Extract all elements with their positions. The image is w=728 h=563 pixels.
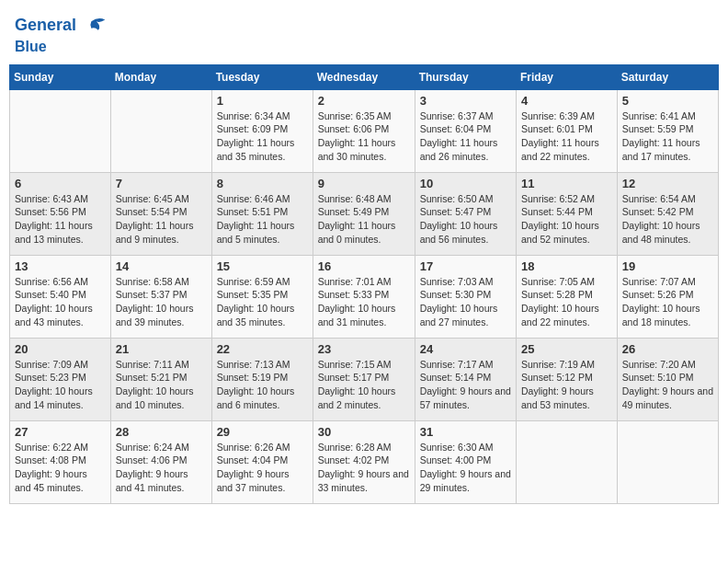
calendar-cell: 27Sunrise: 6:22 AM Sunset: 4:08 PM Dayli… [10, 420, 111, 503]
day-info: Sunrise: 6:41 AM Sunset: 5:59 PM Dayligh… [622, 109, 713, 164]
day-number: 23 [318, 342, 410, 356]
day-info: Sunrise: 6:35 AM Sunset: 6:06 PM Dayligh… [318, 109, 410, 164]
calendar-cell: 30Sunrise: 6:28 AM Sunset: 4:02 PM Dayli… [313, 420, 415, 503]
calendar-cell: 4Sunrise: 6:39 AM Sunset: 6:01 PM Daylig… [517, 89, 618, 172]
day-info: Sunrise: 6:26 AM Sunset: 4:04 PM Dayligh… [217, 441, 308, 495]
day-number: 24 [420, 342, 511, 356]
day-number: 22 [217, 342, 308, 356]
calendar-cell: 13Sunrise: 6:56 AM Sunset: 5:40 PM Dayli… [10, 255, 111, 338]
calendar-cell: 15Sunrise: 6:59 AM Sunset: 5:35 PM Dayli… [211, 255, 313, 338]
calendar-cell: 23Sunrise: 7:15 AM Sunset: 5:17 PM Dayli… [313, 338, 415, 420]
day-header-tuesday: Tuesday [211, 64, 313, 89]
day-number: 14 [116, 259, 207, 273]
day-number: 26 [622, 342, 713, 356]
calendar-week-3: 13Sunrise: 6:56 AM Sunset: 5:40 PM Dayli… [10, 255, 719, 338]
day-info: Sunrise: 7:01 AM Sunset: 5:33 PM Dayligh… [318, 275, 410, 329]
day-number: 28 [116, 425, 207, 439]
logo-text: General [15, 13, 108, 39]
calendar-cell: 9Sunrise: 6:48 AM Sunset: 5:49 PM Daylig… [313, 172, 415, 255]
day-number: 2 [318, 94, 410, 108]
calendar-cell: 26Sunrise: 7:20 AM Sunset: 5:10 PM Dayli… [617, 338, 718, 420]
day-info: Sunrise: 6:28 AM Sunset: 4:02 PM Dayligh… [318, 441, 410, 495]
calendar-cell: 6Sunrise: 6:43 AM Sunset: 5:56 PM Daylig… [10, 172, 111, 255]
day-number: 31 [420, 425, 511, 439]
day-info: Sunrise: 7:11 AM Sunset: 5:21 PM Dayligh… [116, 358, 207, 412]
day-header-thursday: Thursday [415, 64, 516, 89]
day-number: 20 [15, 342, 106, 356]
day-header-wednesday: Wednesday [313, 64, 415, 89]
day-info: Sunrise: 7:13 AM Sunset: 5:19 PM Dayligh… [217, 358, 308, 412]
day-info: Sunrise: 6:37 AM Sunset: 6:04 PM Dayligh… [420, 109, 511, 164]
calendar-cell: 10Sunrise: 6:50 AM Sunset: 5:47 PM Dayli… [415, 172, 516, 255]
logo: General Blue [15, 13, 108, 55]
day-number: 10 [420, 177, 511, 190]
day-number: 29 [217, 425, 308, 439]
calendar-cell: 31Sunrise: 6:30 AM Sunset: 4:00 PM Dayli… [415, 420, 516, 503]
day-info: Sunrise: 6:39 AM Sunset: 6:01 PM Dayligh… [521, 109, 612, 164]
day-info: Sunrise: 6:56 AM Sunset: 5:40 PM Dayligh… [15, 275, 106, 329]
day-number: 6 [15, 177, 106, 190]
calendar-cell: 5Sunrise: 6:41 AM Sunset: 5:59 PM Daylig… [617, 89, 718, 172]
calendar-cell: 28Sunrise: 6:24 AM Sunset: 4:06 PM Dayli… [110, 420, 211, 503]
page-header: General Blue [9, 9, 719, 59]
day-number: 3 [420, 94, 511, 108]
calendar-cell: 24Sunrise: 7:17 AM Sunset: 5:14 PM Dayli… [415, 338, 516, 420]
calendar-cell: 1Sunrise: 6:34 AM Sunset: 6:09 PM Daylig… [211, 89, 313, 172]
day-number: 5 [622, 94, 713, 108]
day-info: Sunrise: 7:19 AM Sunset: 5:12 PM Dayligh… [521, 358, 612, 412]
calendar-cell: 7Sunrise: 6:45 AM Sunset: 5:54 PM Daylig… [110, 172, 211, 255]
day-info: Sunrise: 6:30 AM Sunset: 4:00 PM Dayligh… [420, 441, 511, 495]
day-info: Sunrise: 6:52 AM Sunset: 5:44 PM Dayligh… [521, 192, 612, 247]
calendar-cell: 17Sunrise: 7:03 AM Sunset: 5:30 PM Dayli… [415, 255, 516, 338]
day-info: Sunrise: 7:09 AM Sunset: 5:23 PM Dayligh… [15, 358, 106, 412]
day-number: 18 [521, 259, 612, 273]
day-info: Sunrise: 6:50 AM Sunset: 5:47 PM Dayligh… [420, 192, 511, 247]
day-info: Sunrise: 6:22 AM Sunset: 4:08 PM Dayligh… [15, 441, 106, 495]
calendar-cell: 19Sunrise: 7:07 AM Sunset: 5:26 PM Dayli… [617, 255, 718, 338]
day-number: 15 [217, 259, 308, 273]
day-number: 25 [521, 342, 612, 356]
day-info: Sunrise: 7:15 AM Sunset: 5:17 PM Dayligh… [318, 358, 410, 412]
calendar-header-row: SundayMondayTuesdayWednesdayThursdayFrid… [10, 64, 719, 89]
calendar-cell: 8Sunrise: 6:46 AM Sunset: 5:51 PM Daylig… [211, 172, 313, 255]
calendar-cell [10, 89, 111, 172]
day-number: 16 [318, 259, 410, 273]
calendar-cell [517, 420, 618, 503]
day-number: 30 [318, 425, 410, 439]
day-number: 4 [521, 94, 612, 108]
calendar-cell: 21Sunrise: 7:11 AM Sunset: 5:21 PM Dayli… [110, 338, 211, 420]
calendar-cell: 12Sunrise: 6:54 AM Sunset: 5:42 PM Dayli… [617, 172, 718, 255]
day-info: Sunrise: 6:46 AM Sunset: 5:51 PM Dayligh… [217, 192, 308, 247]
day-info: Sunrise: 6:59 AM Sunset: 5:35 PM Dayligh… [217, 275, 308, 329]
calendar-cell: 20Sunrise: 7:09 AM Sunset: 5:23 PM Dayli… [10, 338, 111, 420]
calendar-cell: 29Sunrise: 6:26 AM Sunset: 4:04 PM Dayli… [211, 420, 313, 503]
day-number: 1 [217, 94, 308, 108]
day-info: Sunrise: 7:20 AM Sunset: 5:10 PM Dayligh… [622, 358, 713, 412]
calendar-week-2: 6Sunrise: 6:43 AM Sunset: 5:56 PM Daylig… [10, 172, 719, 255]
day-number: 7 [116, 177, 207, 190]
logo-line2: Blue [15, 39, 108, 55]
day-header-sunday: Sunday [10, 64, 111, 89]
day-number: 21 [116, 342, 207, 356]
day-info: Sunrise: 6:58 AM Sunset: 5:37 PM Dayligh… [116, 275, 207, 329]
calendar-week-1: 1Sunrise: 6:34 AM Sunset: 6:09 PM Daylig… [10, 89, 719, 172]
day-number: 13 [15, 259, 106, 273]
calendar-cell: 25Sunrise: 7:19 AM Sunset: 5:12 PM Dayli… [517, 338, 618, 420]
day-number: 17 [420, 259, 511, 273]
day-number: 9 [318, 177, 410, 190]
day-header-friday: Friday [517, 64, 618, 89]
day-info: Sunrise: 7:07 AM Sunset: 5:26 PM Dayligh… [622, 275, 713, 329]
calendar-cell: 16Sunrise: 7:01 AM Sunset: 5:33 PM Dayli… [313, 255, 415, 338]
calendar-cell: 22Sunrise: 7:13 AM Sunset: 5:19 PM Dayli… [211, 338, 313, 420]
calendar-cell [110, 89, 211, 172]
calendar-cell [617, 420, 718, 503]
day-info: Sunrise: 6:54 AM Sunset: 5:42 PM Dayligh… [622, 192, 713, 247]
calendar-cell: 3Sunrise: 6:37 AM Sunset: 6:04 PM Daylig… [415, 89, 516, 172]
calendar-cell: 11Sunrise: 6:52 AM Sunset: 5:44 PM Dayli… [517, 172, 618, 255]
day-info: Sunrise: 6:45 AM Sunset: 5:54 PM Dayligh… [116, 192, 207, 247]
day-header-monday: Monday [110, 64, 211, 89]
calendar-table: SundayMondayTuesdayWednesdayThursdayFrid… [9, 64, 719, 504]
day-header-saturday: Saturday [617, 64, 718, 89]
day-number: 12 [622, 177, 713, 190]
day-number: 11 [521, 177, 612, 190]
